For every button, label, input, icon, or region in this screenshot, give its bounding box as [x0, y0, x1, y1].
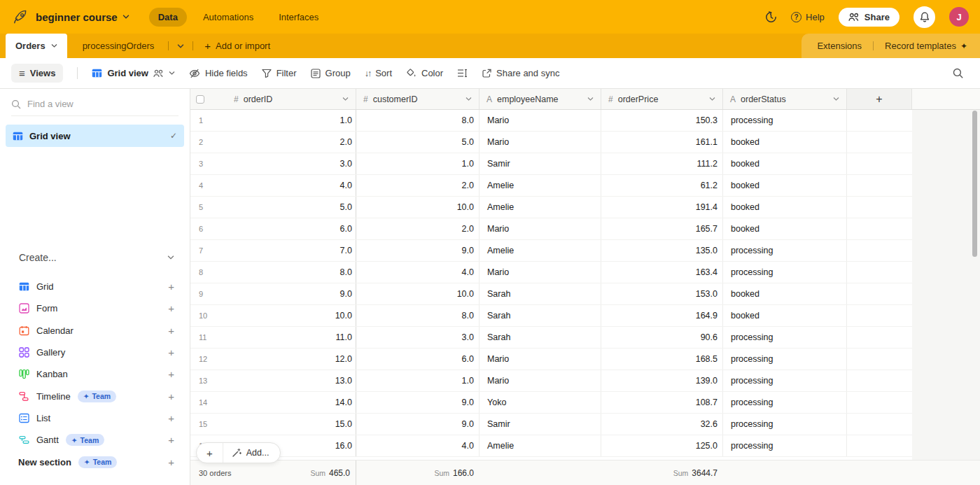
share-and-sync-button[interactable]: Share and sync [482, 68, 559, 78]
cell-employeeName[interactable]: Sarah [479, 327, 601, 348]
cell-orderStatus[interactable]: booked [723, 305, 847, 326]
cell-orderID[interactable]: 11 11.0 [190, 327, 356, 348]
chevron-down-icon[interactable] [342, 97, 349, 101]
cell-orderStatus[interactable]: processing [723, 349, 847, 370]
cell-orderID[interactable]: 15 15.0 [190, 414, 356, 435]
notifications-button[interactable] [913, 6, 935, 28]
plus-icon[interactable]: + [168, 391, 174, 402]
cell-orderID[interactable]: 5 5.0 [190, 197, 356, 218]
help-button[interactable]: ? Help [791, 12, 825, 22]
grid-view-button[interactable]: Grid view [92, 68, 175, 78]
plus-icon[interactable]: + [168, 434, 174, 446]
chevron-down-icon[interactable] [465, 97, 472, 101]
cell-customerID[interactable]: 8.0 [356, 305, 479, 326]
tab-processing-orders[interactable]: processingOrders [73, 34, 164, 58]
plus-icon[interactable]: + [168, 412, 174, 424]
group-button[interactable]: Group [311, 68, 351, 78]
row-height-button[interactable] [457, 69, 468, 78]
cell-customerID[interactable]: 2.0 [356, 175, 479, 196]
cell-customerID[interactable]: 3.0 [356, 327, 479, 348]
cell-orderID[interactable]: 12 12.0 [190, 349, 356, 370]
cell-employeeName[interactable]: Amelie [479, 175, 601, 196]
sum-customerID[interactable]: Sum 166.0 [356, 461, 479, 485]
cell-orderPrice[interactable]: 150.3 [601, 110, 723, 131]
cell-customerID[interactable]: 6.0 [356, 349, 479, 370]
cell-customerID[interactable]: 1.0 [356, 370, 479, 391]
cell-customerID[interactable]: 9.0 [356, 240, 479, 261]
plus-icon[interactable]: + [168, 325, 174, 337]
column-header-orderStatus[interactable]: A orderStatus [723, 89, 847, 109]
plus-icon[interactable]: + [168, 368, 174, 380]
chevron-down-icon[interactable] [709, 97, 715, 101]
plus-icon[interactable]: + [168, 302, 174, 314]
tables-dropdown-chevron-icon[interactable] [173, 34, 188, 58]
cell-orderStatus[interactable]: processing [723, 392, 847, 413]
add-record-button[interactable]: + [197, 443, 223, 463]
cell-orderStatus[interactable]: booked [723, 197, 847, 218]
create-timeline[interactable]: Timeline ✦Team + [0, 385, 190, 407]
cell-orderPrice[interactable]: 165.7 [601, 218, 723, 239]
cell-customerID[interactable]: 2.0 [356, 218, 479, 239]
add-or-import-button[interactable]: + Add or import [197, 34, 277, 58]
cell-orderPrice[interactable]: 161.1 [601, 132, 723, 153]
plus-icon[interactable]: + [168, 346, 174, 358]
column-header-orderPrice[interactable]: # orderPrice [601, 89, 723, 109]
cell-orderID[interactable]: 1 1.0 [190, 110, 356, 131]
cell-employeeName[interactable]: Mario [479, 349, 601, 370]
history-icon[interactable] [765, 11, 777, 23]
cell-orderID[interactable]: 3 3.0 [190, 153, 356, 174]
cell-employeeName[interactable]: Mario [479, 262, 601, 283]
extensions-button[interactable]: Extensions [817, 41, 862, 51]
record-templates-button[interactable]: Record templates ✦ [885, 41, 967, 51]
column-header-orderID[interactable]: # orderID [190, 89, 356, 109]
cell-orderStatus[interactable]: processing [723, 435, 847, 456]
cell-orderPrice[interactable]: 139.0 [601, 370, 723, 391]
column-header-employeeName[interactable]: A employeeName [479, 89, 601, 109]
cell-orderStatus[interactable]: booked [723, 283, 847, 304]
cell-customerID[interactable]: 5.0 [356, 132, 479, 153]
cell-orderStatus[interactable]: processing [723, 327, 847, 348]
cell-orderPrice[interactable]: 164.9 [601, 305, 723, 326]
views-button[interactable]: ≡ Views [11, 64, 63, 83]
share-button[interactable]: Share [839, 8, 899, 27]
cell-customerID[interactable]: 9.0 [356, 414, 479, 435]
create-grid[interactable]: Grid + [0, 276, 190, 297]
cell-customerID[interactable]: 4.0 [356, 262, 479, 283]
cell-orderPrice[interactable]: 125.0 [601, 435, 723, 456]
cell-employeeName[interactable]: Yoko [479, 392, 601, 413]
cell-employeeName[interactable]: Samir [479, 414, 601, 435]
cell-orderPrice[interactable]: 32.6 [601, 414, 723, 435]
cell-orderPrice[interactable]: 153.0 [601, 283, 723, 304]
cell-orderStatus[interactable]: booked [723, 175, 847, 196]
app-logo-rocket-icon[interactable] [11, 8, 29, 26]
add-with-ai-button[interactable]: Add... [223, 443, 281, 463]
select-all-checkbox[interactable] [196, 95, 204, 104]
search-button[interactable] [953, 68, 963, 78]
create-gantt[interactable]: Gantt ✦Team + [0, 429, 190, 451]
create-new-section[interactable]: New section ✦Team + [0, 451, 190, 472]
cell-orderStatus[interactable]: booked [723, 153, 847, 174]
cell-orderPrice[interactable]: 90.6 [601, 327, 723, 348]
cell-customerID[interactable]: 10.0 [356, 197, 479, 218]
cell-customerID[interactable]: 4.0 [356, 435, 479, 456]
color-button[interactable]: Color [406, 68, 443, 78]
create-kanban[interactable]: Kanban + [0, 363, 190, 385]
vertical-scrollbar[interactable] [972, 111, 977, 257]
sidebar-view-grid-view[interactable]: Grid view ✓ [6, 125, 184, 147]
cell-orderID[interactable]: 14 14.0 [190, 392, 356, 413]
cell-orderStatus[interactable]: booked [723, 218, 847, 239]
cell-employeeName[interactable]: Mario [479, 110, 601, 131]
plus-icon[interactable]: + [168, 281, 174, 293]
cell-orderID[interactable]: 4 4.0 [190, 175, 356, 196]
cell-employeeName[interactable]: Sarah [479, 283, 601, 304]
cell-orderID[interactable]: 13 13.0 [190, 370, 356, 391]
cell-employeeName[interactable]: Amelie [479, 197, 601, 218]
plus-icon[interactable]: + [168, 456, 174, 468]
cell-orderPrice[interactable]: 191.4 [601, 197, 723, 218]
hide-fields-button[interactable]: Hide fields [189, 68, 248, 78]
cell-orderPrice[interactable]: 61.2 [601, 175, 723, 196]
cell-customerID[interactable]: 9.0 [356, 392, 479, 413]
cell-employeeName[interactable]: Amelie [479, 240, 601, 261]
cell-employeeName[interactable]: Mario [479, 218, 601, 239]
cell-orderID[interactable]: 6 6.0 [190, 218, 356, 239]
